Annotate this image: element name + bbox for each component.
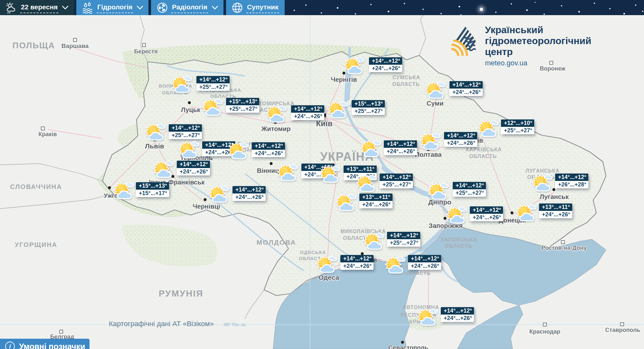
map-attribution: Картографічні дані АТ «Візіком» [109, 320, 214, 328]
star-icon [422, 9, 424, 10]
tab-date[interactable]: 22 вересня [0, 0, 74, 15]
star-icon [460, 14, 461, 15]
star-icon [561, 5, 562, 6]
star-icon [355, 13, 356, 14]
star-icon [495, 12, 497, 13]
brand-website-link[interactable]: meteo.gov.ua [485, 59, 591, 67]
brand-title-line3: центр [485, 46, 591, 57]
branding: Український гідрометеорологічний центр m… [450, 24, 591, 67]
star-icon [321, 12, 322, 14]
uhmc-logo-icon [450, 24, 479, 67]
chevron-down-icon [62, 6, 68, 10]
hydrology-icon [82, 2, 93, 14]
brand-title-line1: Український [485, 24, 591, 35]
radiation-icon [156, 2, 168, 14]
star-icon [544, 14, 545, 15]
longitude-label: 30° Сх. д. [306, 289, 312, 311]
star-icon [623, 13, 625, 14]
info-icon: i [5, 342, 15, 349]
star-icon [459, 6, 460, 7]
tab-radiology[interactable]: Радіологія [151, 0, 223, 15]
star-icon [404, 3, 405, 4]
star-icon [594, 3, 595, 4]
star-icon [526, 9, 528, 11]
weather-map-app: ПОЛЬЩАСЛОВАЧЧИНАУГОРЩИНАРУМУНІЯМОЛДОВАУК… [0, 0, 644, 349]
tab-satellite[interactable]: Супутник [226, 0, 285, 15]
tab-hydrology[interactable]: Гідрологія [76, 0, 148, 15]
legend-button[interactable]: i Умовні позначки [0, 339, 90, 349]
chevron-down-icon [212, 6, 218, 10]
star-icon [635, 5, 636, 6]
legend-button-label: Умовні позначки [19, 342, 85, 349]
star-icon [370, 4, 372, 5]
star-icon [337, 7, 338, 9]
star-icon [609, 8, 611, 9]
satellite-globe-icon [232, 2, 243, 14]
tab-date-label: 22 вересня [20, 2, 58, 13]
star-icon [388, 11, 389, 12]
tab-satellite-label: Супутник [246, 2, 279, 13]
chevron-down-icon [137, 6, 143, 10]
star-icon [578, 11, 580, 13]
brand-title-line2: гідрометеорологічний [485, 35, 591, 46]
sun-cloud-icon [5, 2, 17, 14]
star-icon [642, 11, 643, 12]
star-icon [535, 2, 535, 3]
star-icon [305, 5, 307, 6]
tab-hydrology-label: Гідрологія [97, 2, 133, 13]
latitude-label: 45° Пн. ш. [223, 322, 247, 327]
star-icon [511, 3, 512, 5]
star-icon [440, 13, 442, 14]
star-icon [294, 10, 295, 11]
star-icon [480, 8, 483, 11]
top-navigation-bar: 22 вересня Гідрологія [0, 0, 644, 15]
tab-radiology-label: Радіологія [171, 2, 208, 13]
